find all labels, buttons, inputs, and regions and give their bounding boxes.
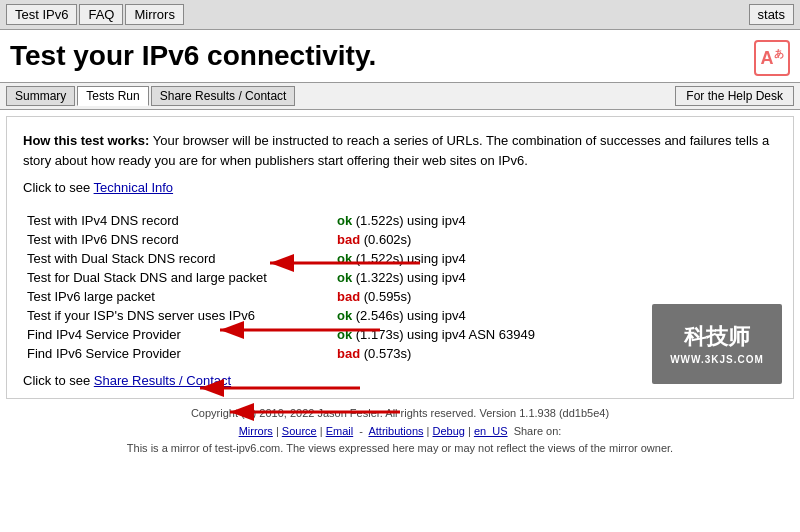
footer-copyright: Copyright (C) 2010, 2022 Jason Fesler. A… (0, 405, 800, 423)
test-result-cell: ok (1.322s) using ipv4 (333, 268, 777, 287)
page-header: Test your IPv6 connectivity. Aあ (0, 30, 800, 82)
ok-status: ok (337, 327, 352, 342)
tech-info-paragraph: Click to see Technical Info (23, 180, 777, 195)
test-name-cell: Test with IPv6 DNS record (23, 230, 333, 249)
nav-tab-faq[interactable]: FAQ (79, 4, 123, 25)
ok-status: ok (337, 251, 352, 266)
nav-tab-mirrors[interactable]: Mirrors (125, 4, 183, 25)
footer-debug-link[interactable]: Debug (432, 425, 464, 437)
footer-source-link[interactable]: Source (282, 425, 317, 437)
footer: Copyright (C) 2010, 2022 Jason Fesler. A… (0, 405, 800, 464)
table-row: Test for Dual Stack DNS and large packet… (23, 268, 777, 287)
test-detail: (1.522s) using ipv4 (352, 251, 465, 266)
nav-tab-test-ipv6[interactable]: Test IPv6 (6, 4, 77, 25)
watermark-line2: WWW.3KJS.COM (670, 354, 764, 365)
test-detail: (1.173s) using ipv4 ASN 63949 (352, 327, 535, 342)
test-name-cell: Test if your ISP's DNS server uses IPv6 (23, 306, 333, 325)
test-detail: (1.522s) using ipv4 (352, 213, 465, 228)
translate-symbol: Aあ (761, 47, 784, 69)
table-row: Test with IPv4 DNS recordok (1.522s) usi… (23, 211, 777, 230)
stats-button[interactable]: stats (749, 4, 794, 25)
test-result-cell: bad (0.602s) (333, 230, 777, 249)
test-detail: (0.602s) (360, 232, 411, 247)
footer-mirrors-link[interactable]: Mirrors (239, 425, 273, 437)
how-it-works-text: How this test works: Your browser will b… (23, 131, 777, 170)
footer-share-label: Share on: (514, 425, 562, 437)
footer-enus-link[interactable]: en_US (474, 425, 508, 437)
test-result-cell: ok (1.522s) using ipv4 (333, 211, 777, 230)
tabs-bar: Summary Tests Run Share Results / Contac… (0, 82, 800, 110)
footer-email-link[interactable]: Email (326, 425, 354, 437)
tab-summary[interactable]: Summary (6, 86, 75, 106)
test-detail: (0.573s) (360, 346, 411, 361)
page-title: Test your IPv6 connectivity. (10, 40, 744, 72)
translate-icon[interactable]: Aあ (754, 40, 790, 76)
test-name-cell: Test IPv6 large packet (23, 287, 333, 306)
test-result-cell: ok (1.522s) using ipv4 (333, 249, 777, 268)
footer-links: Mirrors | Source | Email - Attributions … (0, 423, 800, 441)
test-name-cell: Find IPv6 Service Provider (23, 344, 333, 363)
test-detail: (0.595s) (360, 289, 411, 304)
tab-share-results[interactable]: Share Results / Contact (151, 86, 296, 106)
test-name-cell: Find IPv4 Service Provider (23, 325, 333, 344)
test-name-cell: Test with Dual Stack DNS record (23, 249, 333, 268)
footer-attributions-link[interactable]: Attributions (368, 425, 423, 437)
top-navigation: Test IPv6 FAQ Mirrors stats (0, 0, 800, 30)
test-name-cell: Test with IPv4 DNS record (23, 211, 333, 230)
technical-info-link[interactable]: Technical Info (94, 180, 174, 195)
share-prefix: Click to see (23, 373, 94, 388)
bad-status: bad (337, 232, 360, 247)
test-detail: (2.546s) using ipv4 (352, 308, 465, 323)
table-row: Test with IPv6 DNS recordbad (0.602s) (23, 230, 777, 249)
ok-status: ok (337, 270, 352, 285)
bad-status: bad (337, 289, 360, 304)
tab-help-desk[interactable]: For the Help Desk (675, 86, 794, 106)
watermark-line1: 科技师 (684, 322, 750, 352)
tech-info-prefix: Click to see (23, 180, 94, 195)
share-results-link[interactable]: Share Results / Contact (94, 373, 231, 388)
test-name-cell: Test for Dual Stack DNS and large packet (23, 268, 333, 287)
test-detail: (1.322s) using ipv4 (352, 270, 465, 285)
bad-status: bad (337, 346, 360, 361)
tab-tests-run[interactable]: Tests Run (77, 86, 148, 106)
table-row: Test with Dual Stack DNS recordok (1.522… (23, 249, 777, 268)
footer-mirror-note: This is a mirror of test-ipv6.com. The v… (0, 440, 800, 458)
ok-status: ok (337, 213, 352, 228)
ok-status: ok (337, 308, 352, 323)
watermark: 科技师 WWW.3KJS.COM (652, 304, 782, 384)
how-it-works-bold: How this test works: (23, 133, 149, 148)
